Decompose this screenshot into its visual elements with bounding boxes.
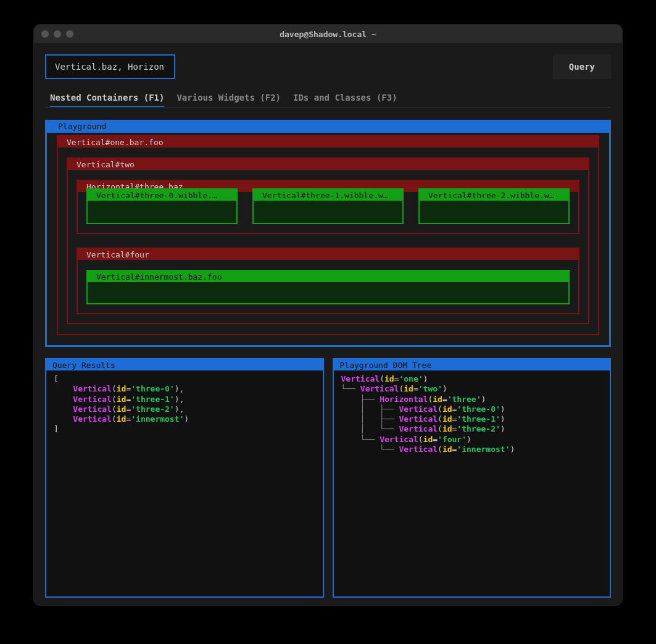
vertical-two: Vertical#two Horizontal#three.baz Vertic… [67, 157, 589, 324]
vertical-three-1-label: Vertical#three-1.wibble.w… [254, 190, 402, 201]
bottom-panels: Query Results [ Vertical(id='three-0'), … [45, 358, 611, 598]
vertical-four: Vertical#four Vertical#innermost.baz.foo [77, 248, 579, 314]
vertical-innermost-label: Vertical#innermost.baz.foo [88, 271, 568, 282]
horizontal-three: Horizontal#three.baz Vertical#three-0.wi… [77, 180, 579, 234]
vertical-three-1: Vertical#three-1.wibble.w… [252, 188, 404, 224]
vertical-two-label: Vertical#two [68, 159, 588, 170]
tab-bar: Nested Containers (F1) Various Widgets (… [45, 93, 611, 107]
query-input[interactable] [45, 54, 175, 79]
vertical-three-2: Vertical#three-2.wibble.w… [418, 188, 570, 224]
vertical-one-label: Vertical#one.bar.foo [58, 136, 598, 148]
query-input-wrap [45, 54, 544, 79]
query-results-body: [ Vertical(id='three-0'), Vertical(id='t… [54, 374, 315, 435]
query-button[interactable]: Query [553, 54, 611, 79]
vertical-three-0-label: Vertical#three-0.wibble.… [88, 190, 236, 201]
query-results-panel: Query Results [ Vertical(id='three-0'), … [45, 358, 324, 598]
window-title: davep@Shadow.local ~ [34, 30, 622, 39]
app-content: Query Nested Containers (F1) Various Wid… [34, 43, 622, 605]
dom-tree-panel: Playground DOM Tree Vertical(id='one') └… [333, 358, 612, 598]
vertical-three-2-label: Vertical#three-2.wibble.w… [420, 190, 568, 201]
dom-tree-title: Playground DOM Tree [334, 359, 610, 370]
query-results-title: Query Results [46, 359, 323, 370]
terminal-window: davep@Shadow.local ~ Query Nested Contai… [34, 25, 622, 605]
vertical-innermost: Vertical#innermost.baz.foo [86, 270, 570, 304]
vertical-four-label: Vertical#four [78, 249, 578, 260]
tab-nested-containers[interactable]: Nested Containers (F1) [50, 93, 164, 107]
query-bar: Query [45, 54, 611, 79]
tab-various-widgets[interactable]: Various Widgets (F2) [176, 93, 281, 107]
playground-panel: Playground Vertical#one.bar.foo Vertical… [45, 120, 611, 347]
dom-tree-body: Vertical(id='one') └── Vertical(id='two'… [341, 374, 603, 454]
tab-ids-and-classes[interactable]: IDs and Classes (F3) [293, 93, 397, 107]
vertical-one: Vertical#one.bar.foo Vertical#two Horizo… [57, 135, 599, 335]
vertical-three-0: Vertical#three-0.wibble.… [86, 188, 238, 224]
tab-underline [45, 107, 611, 107]
window-titlebar: davep@Shadow.local ~ [34, 25, 622, 43]
playground-title: Playground [54, 122, 110, 131]
